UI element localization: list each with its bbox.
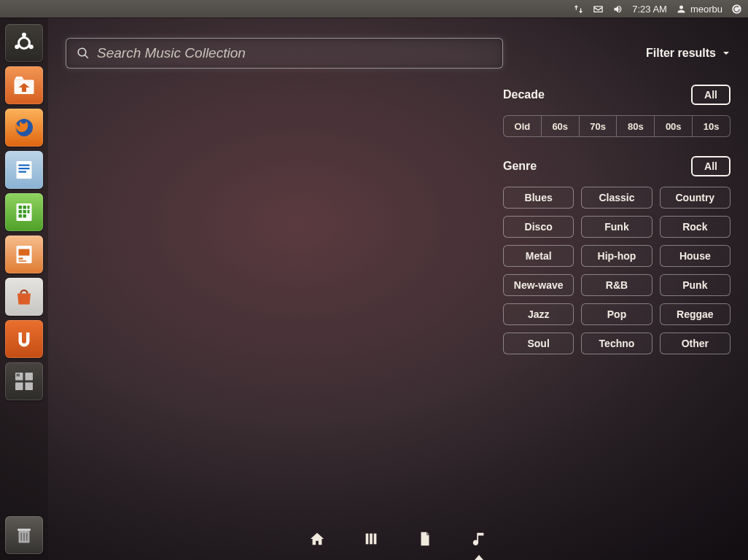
filter-genre-title: Genre [503,160,537,173]
genre-option[interactable]: Disco [503,216,574,238]
lens-applications[interactable] [362,531,381,557]
svg-rect-7 [17,161,32,179]
svg-rect-25 [26,373,34,381]
calc-icon [11,199,37,225]
svg-rect-17 [28,210,30,214]
genre-option[interactable]: Blues [503,187,574,209]
workspaces-icon [11,368,37,394]
genre-option[interactable]: Reggae [660,303,731,325]
svg-rect-12 [19,206,23,209]
svg-rect-9 [19,168,30,169]
search-input[interactable] [97,45,492,61]
svg-rect-5 [22,88,26,92]
firefox-icon [11,114,37,141]
launcher-software-center[interactable] [5,278,43,316]
launcher-ubuntu-one[interactable] [5,320,43,358]
genre-option[interactable]: Jazz [503,303,574,325]
session-indicator[interactable] [731,4,742,15]
svg-rect-8 [19,165,30,166]
clock[interactable]: 7:23 AM [632,4,667,15]
launcher-trash[interactable] [5,516,43,554]
network-icon [573,4,584,15]
genre-option[interactable]: R&B [581,274,652,296]
svg-point-0 [19,38,30,49]
filter-panel: Decade All Old 60s 70s 80s 00s 10s Genre… [503,85,731,354]
launcher-calc[interactable] [5,193,43,231]
user-menu-label: meorbu [690,4,722,15]
ubuntu-icon [11,30,37,56]
svg-rect-23 [19,260,27,262]
genre-option[interactable]: House [660,245,731,267]
genre-option[interactable]: Punk [660,274,731,296]
trash-icon [11,522,37,548]
network-indicator[interactable] [573,4,584,15]
lens-files[interactable] [416,531,435,557]
genre-option[interactable]: Other [660,332,731,354]
genre-option[interactable]: Classic [581,187,652,209]
writer-icon [11,157,37,183]
filter-decade-all[interactable]: All [691,85,731,105]
svg-rect-10 [19,171,27,173]
filter-genre-all[interactable]: All [691,156,731,176]
launcher-workspace-switcher[interactable] [5,362,43,400]
decade-option[interactable]: 10s [692,115,731,137]
filter-decade-options: Old 60s 70s 80s 00s 10s [503,115,731,137]
launcher-files[interactable] [5,66,43,104]
svg-rect-26 [15,383,23,391]
launcher-dash[interactable] [5,24,43,62]
svg-point-3 [15,44,19,49]
search-box[interactable] [66,38,503,69]
genre-option[interactable]: Techno [581,332,652,354]
decade-option[interactable]: Old [503,115,541,137]
svg-rect-30 [17,529,31,531]
lens-home[interactable] [308,531,327,557]
genre-option[interactable]: New-wave [503,274,574,296]
envelope-icon [593,4,604,15]
filter-results-toggle[interactable]: Filter results [646,47,731,60]
genre-option[interactable]: Rock [660,216,731,238]
genre-option[interactable]: Country [660,187,731,209]
launcher-firefox[interactable] [5,109,43,147]
svg-rect-36 [374,534,377,545]
user-icon [676,4,687,15]
launcher-impress[interactable] [5,236,43,273]
svg-rect-16 [23,210,27,214]
svg-rect-15 [19,210,23,214]
filter-results-label: Filter results [646,47,716,60]
messages-indicator[interactable] [593,4,604,15]
applications-icon [363,531,379,547]
genre-option[interactable]: Pop [581,303,652,325]
filter-genre-options: Blues Classic Country Disco Funk Rock Me… [503,187,731,354]
volume-icon [612,4,623,15]
launcher [0,18,48,560]
decade-option[interactable]: 00s [654,115,692,137]
genre-option[interactable]: Hip-hop [581,245,652,267]
svg-rect-14 [28,206,30,209]
genre-option[interactable]: Metal [503,245,574,267]
genre-option[interactable]: Funk [581,216,652,238]
lens-bar [48,524,748,560]
dash: Filter results Decade All Old 60s 70s 80… [48,18,748,560]
sound-indicator[interactable] [612,4,623,15]
svg-point-2 [29,44,34,49]
chevron-down-icon [722,49,731,58]
svg-rect-13 [23,206,27,209]
launcher-writer[interactable] [5,151,43,189]
user-menu[interactable]: meorbu [676,4,722,15]
lens-music[interactable] [470,531,488,557]
decade-option[interactable]: 80s [616,115,654,137]
filter-group-decade: Decade All Old 60s 70s 80s 00s 10s [503,85,731,137]
genre-option[interactable]: Soul [503,332,574,354]
document-icon [417,531,433,547]
svg-rect-34 [366,534,369,545]
svg-point-1 [22,33,26,37]
ubuntu-one-icon [11,326,37,352]
impress-icon [11,241,37,268]
svg-rect-28 [17,374,20,377]
svg-rect-22 [19,258,23,260]
decade-option[interactable]: 60s [541,115,579,137]
svg-rect-19 [23,214,27,218]
svg-rect-21 [19,249,30,256]
decade-option[interactable]: 70s [579,115,617,137]
home-icon [309,531,325,547]
